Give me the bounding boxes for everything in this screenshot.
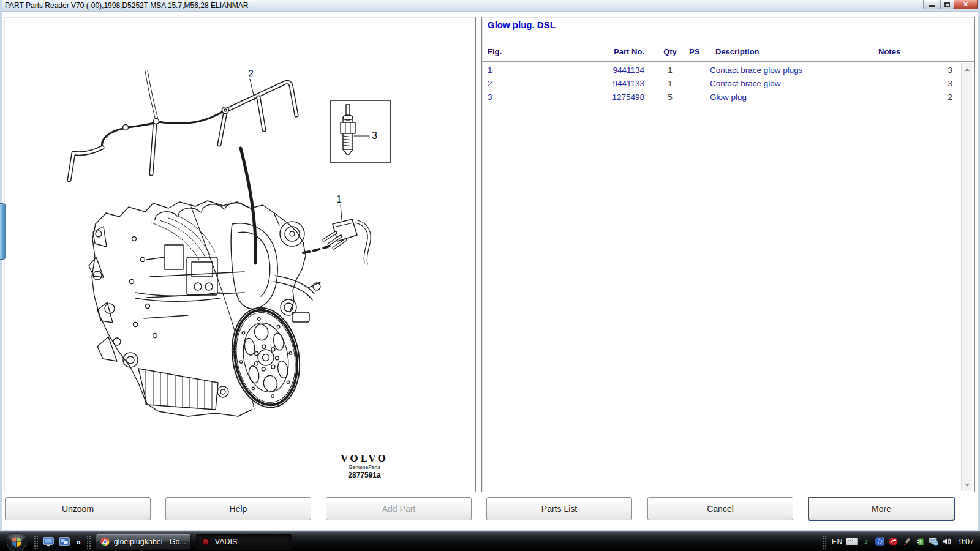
glow-plug-cable-drawing xyxy=(69,70,296,180)
col-header-ps: PS xyxy=(689,47,707,56)
antivirus-tray-icon[interactable] xyxy=(888,536,899,547)
volume-tray-icon[interactable] xyxy=(942,536,952,547)
col-header-description: Description xyxy=(715,47,875,56)
taskbar-item-label: gloeiplugkabel - Go... xyxy=(114,538,186,546)
keyboard-layout-icon[interactable] xyxy=(846,538,858,545)
taskbar: » gloeiplugkabel - Go... VADIS EN ♪ xyxy=(0,531,980,551)
network-tray-icon[interactable] xyxy=(929,536,939,547)
window-switcher-icon[interactable] xyxy=(58,536,70,548)
genuine-parts-label: GenuineParts xyxy=(349,464,380,470)
cell-qty: 1 xyxy=(658,79,682,88)
col-header-qty: Qty xyxy=(658,47,682,56)
cell-fig: 2 xyxy=(488,79,555,88)
unzoom-button[interactable]: Unzoom xyxy=(5,497,151,520)
callout-1-leader xyxy=(341,205,342,220)
col-header-notes: Notes xyxy=(878,47,915,56)
thick-cable-drawing xyxy=(241,148,255,263)
close-button[interactable]: ✕ xyxy=(954,0,978,9)
title-bar[interactable]: PART Parts Reader V70 (-00),1998,D5252T … xyxy=(2,0,978,12)
engine-drawing xyxy=(89,201,320,416)
cell-notes: 3 xyxy=(850,66,952,75)
cell-notes: 3 xyxy=(850,79,952,88)
cell-part-no: 9441134 xyxy=(562,66,644,75)
cell-part-no: 9441133 xyxy=(562,79,644,88)
parts-reader-window: PART Parts Reader V70 (-00),1998,D5252T … xyxy=(0,0,980,531)
cell-notes: 2 xyxy=(850,92,952,102)
table-row[interactable]: 1 9441134 1 Contact brace glow plugs 3 xyxy=(482,66,974,79)
power-plug-tray-icon[interactable] xyxy=(915,536,925,547)
col-header-part-no: Part No. xyxy=(562,47,644,56)
cell-fig: 3 xyxy=(488,92,555,102)
cell-qty: 5 xyxy=(658,92,682,102)
chrome-icon xyxy=(100,537,110,547)
window-title: PART Parts Reader V70 (-00),1998,D5252T … xyxy=(5,1,248,10)
diagram-panel: 2 3 1 VOLVO GenuineParts 2877591a xyxy=(4,17,476,492)
pen-tool-tray-icon[interactable] xyxy=(902,536,912,547)
cell-part-no: 1275498 xyxy=(562,92,644,102)
callout-3[interactable]: 3 xyxy=(372,130,377,141)
cell-description: Contact brace glow xyxy=(710,79,869,88)
taskbar-grip xyxy=(34,535,39,549)
taskbar-item-browser[interactable]: gloeiplugkabel - Go... xyxy=(96,534,191,550)
add-part-button: Add Part xyxy=(326,497,472,520)
edge-slide-handle[interactable] xyxy=(0,203,6,260)
taskbar-item-vadis[interactable]: VADIS xyxy=(196,534,292,550)
dashed-link xyxy=(303,246,331,253)
help-button[interactable]: Help xyxy=(165,497,311,520)
start-button[interactable] xyxy=(6,531,27,551)
taskbar-item-label: VADIS xyxy=(215,538,238,546)
cell-qty: 1 xyxy=(658,66,682,75)
connector-drawing xyxy=(303,205,371,264)
parts-panel: Glow plug. DSL Fig. Part No. Qty PS Desc… xyxy=(481,17,975,492)
glow-plug-detail-box xyxy=(331,100,390,163)
col-header-fig: Fig. xyxy=(488,47,555,56)
client-area: 2 3 1 VOLVO GenuineParts 2877591a Glow p… xyxy=(2,12,978,530)
minimize-button[interactable] xyxy=(923,0,941,9)
more-button[interactable]: More xyxy=(809,497,954,520)
remote-access-tray-icon[interactable] xyxy=(875,536,885,547)
scroll-down-icon[interactable] xyxy=(962,480,972,490)
parts-table: 1 9441134 1 Contact brace glow plugs 3 2… xyxy=(482,66,974,106)
close-icon: ✕ xyxy=(963,1,968,8)
table-header: Fig. Part No. Qty PS Description Notes xyxy=(482,47,974,59)
cell-description: Contact brace glow plugs xyxy=(710,66,869,75)
engine-diagram: 2 3 1 VOLVO GenuineParts 2877591a xyxy=(4,17,475,492)
minimize-icon xyxy=(929,5,935,7)
show-desktop-icon[interactable] xyxy=(42,536,55,548)
cell-fig: 1 xyxy=(488,66,555,75)
table-row[interactable]: 2 9441133 1 Contact brace glow 3 xyxy=(482,79,974,92)
music-player-tray-icon[interactable]: ♪ xyxy=(861,536,872,547)
table-scrollbar[interactable] xyxy=(961,63,972,491)
maximize-icon xyxy=(944,2,950,7)
parts-list-button[interactable]: Parts List xyxy=(486,497,632,520)
maximize-button[interactable] xyxy=(940,0,954,9)
quick-launch-chevron[interactable]: » xyxy=(76,537,81,547)
cancel-button[interactable]: Cancel xyxy=(647,497,793,520)
vadis-icon xyxy=(201,537,211,547)
header-separator xyxy=(482,61,974,62)
taskbar-grip xyxy=(822,535,827,549)
system-tray: EN ♪ 9:07 xyxy=(820,535,980,549)
scroll-up-icon[interactable] xyxy=(962,64,972,74)
cell-description: Glow plug xyxy=(710,92,869,102)
taskbar-clock[interactable]: 9:07 xyxy=(959,538,974,546)
taskbar-grip xyxy=(86,535,91,549)
callout-2[interactable]: 2 xyxy=(248,69,254,79)
section-heading: Glow plug. DSL xyxy=(488,20,556,30)
volvo-logo: VOLVO xyxy=(340,453,388,464)
table-row[interactable]: 3 1275498 5 Glow plug 2 xyxy=(482,92,974,106)
language-indicator[interactable]: EN xyxy=(832,538,843,546)
drawing-number: 2877591a xyxy=(348,471,381,479)
callout-1[interactable]: 1 xyxy=(336,194,342,204)
